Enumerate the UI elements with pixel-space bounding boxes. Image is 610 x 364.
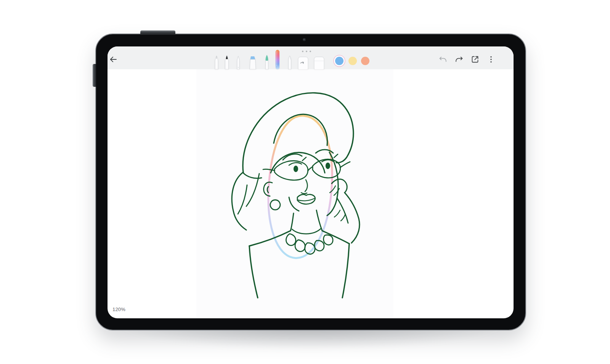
sketch-stroke-necklace-chain: [292, 228, 321, 234]
tool-brush-pen[interactable]: [264, 55, 270, 69]
sketch-stroke-earring: [270, 200, 280, 210]
sketch-stroke-hair-left-inner: [238, 185, 247, 214]
sketch-stroke-pupil-left: [294, 166, 298, 172]
sketch-stroke-brow-left: [283, 154, 302, 160]
sketch-stroke-lip-line: [297, 198, 315, 201]
tool-fineliner-pen[interactable]: [236, 56, 241, 69]
undo-button undo-arrow-icon[interactable]: [438, 55, 448, 64]
sketch-stroke-glasses-bridge: [308, 167, 313, 171]
sketch-stroke-glasses-temple-right: [340, 162, 350, 168]
tablet-device: 120%: [95, 34, 526, 330]
redo-button redo-arrow-icon[interactable]: [454, 55, 464, 64]
tool-rainbow-pen[interactable]: [275, 49, 280, 69]
tool-ballpoint-pen[interactable]: [214, 56, 220, 69]
drawing-toolbar: [108, 46, 514, 69]
sketch-stroke-arm-crease-2: [341, 214, 345, 221]
front-camera-dot-icon: [303, 38, 306, 41]
sketch-stroke-lash-left: [302, 157, 306, 161]
sketch-stroke-necklace-drop-5: [324, 235, 333, 245]
tool-eraser[interactable]: [314, 57, 324, 69]
more-button kebab-menu-icon[interactable]: [486, 55, 496, 64]
sketch-stroke-necklace-drop-1: [286, 234, 295, 246]
page: 120%: [0, 0, 610, 364]
sketch-stroke-pupil-right: [326, 163, 330, 169]
export-button open-in-new-icon[interactable]: [470, 55, 480, 64]
sketch-stroke-arm-crease-1: [334, 210, 340, 217]
sketch-stroke-shoulder-left: [249, 231, 291, 246]
sketch-stroke-shoulder-right: [322, 231, 349, 244]
tool-crayon[interactable]: [287, 56, 293, 69]
toolbar-drag-handle-icon[interactable]: [302, 51, 311, 52]
back-arrow-icon[interactable]: [109, 55, 118, 64]
tool-highlighter[interactable]: [249, 56, 257, 69]
sketch-stroke-neck-right: [316, 210, 322, 231]
color-swatch-yellow[interactable]: [348, 57, 357, 65]
color-swatch-blue[interactable]: [335, 57, 344, 65]
volume-button: [140, 30, 175, 35]
sketch-stroke-torso-right: [342, 244, 349, 298]
drawing-app-screen: 120%: [108, 46, 514, 318]
sketch-stroke-torso-left: [249, 246, 258, 298]
sketch-stroke-eyelid-left: [289, 163, 302, 165]
sketch-stroke-hand: [332, 179, 347, 193]
sketch-stroke-neck-left: [291, 213, 294, 231]
power-button: [93, 64, 96, 87]
canvas-zoom-level: 120%: [112, 307, 125, 312]
color-swatch-orange[interactable]: [361, 57, 369, 65]
sketch-stroke-necklace-drop-2: [295, 240, 305, 252]
sketch-stroke-lash-right: [334, 154, 338, 158]
sketch-stroke-nose: [301, 180, 307, 193]
tool-smart-eraser[interactable]: [298, 57, 308, 69]
tool-ink-pen[interactable]: [224, 55, 230, 69]
portrait-sketch: [108, 46, 514, 318]
